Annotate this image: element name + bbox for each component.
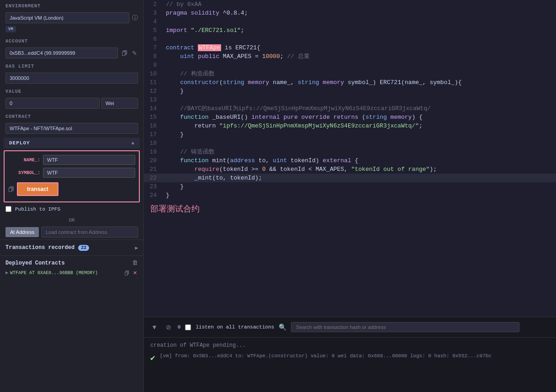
gas-limit-input[interactable] — [5, 73, 138, 84]
symbol-param-label: SYMBOL_: — [8, 170, 40, 175]
console-check-icon: ✔ — [150, 353, 155, 363]
search-input[interactable] — [291, 322, 519, 332]
info-icon[interactable]: ⓘ — [132, 14, 138, 22]
contract-label: CONTRACT — [0, 111, 143, 121]
console-pending-text: creation of WTFApe pending... — [150, 342, 550, 349]
publish-ipfs-checkbox[interactable] — [5, 206, 11, 212]
code-line-21: 21 require(tokenId >= 0 && tokenId < MAX… — [144, 165, 556, 174]
right-panel: 2 // by 0xAA 3 pragma solidity ^0.8.4; 4… — [144, 0, 556, 392]
console-tx-row: ✔ [vm] from: 0x5B3...eddC4 to: WTFApe.(c… — [150, 352, 550, 363]
value-label: VALUE — [0, 85, 143, 96]
copy-account-button[interactable]: 🗍 — [121, 49, 128, 58]
vm-badge: VM — [5, 26, 16, 32]
code-line-6: 6 — [144, 35, 556, 43]
chinese-annotation: 部署测试合约 — [144, 200, 556, 218]
code-line-17: 17 } — [144, 130, 556, 139]
code-line-11: 11 constructor(string memory name_, stri… — [144, 78, 556, 87]
code-line-5: 5 import "./ERC721.sol"; — [144, 26, 556, 35]
deploy-collapse-icon: ▲ — [131, 140, 134, 146]
name-param-input[interactable] — [43, 155, 135, 165]
code-line-18: 18 — [144, 139, 556, 148]
edit-account-button[interactable]: ✎ — [131, 49, 138, 58]
deploy-header[interactable]: DEPLOY ▲ — [4, 138, 140, 148]
code-line-16: 16 return "ipfs://QmeSjSinHpPnmXmspMjwiX… — [144, 122, 556, 130]
transact-button[interactable]: transact — [17, 182, 58, 196]
code-line-3: 3 pragma solidity ^0.8.4; — [144, 9, 556, 17]
environment-label: ENVIRONMENT — [0, 0, 143, 11]
environment-select[interactable]: JavaScript VM (London) — [5, 12, 129, 23]
console-area: creation of WTFApe pending... ✔ [vm] fro… — [144, 337, 556, 392]
code-line-19: 19 // 铸造函数 — [144, 148, 556, 156]
deployed-contract-item: ► WTFAPE AT 0XAE0...96BBB (MEMORY) 🗍 ✕ — [5, 269, 138, 277]
transactions-expand-icon: ▶ — [135, 245, 138, 251]
value-input[interactable] — [5, 98, 100, 109]
listen-all-checkbox[interactable] — [185, 324, 191, 330]
publish-ipfs-label: Publish to IPFS — [15, 207, 60, 212]
transactions-label: Transactions recorded — [5, 244, 74, 251]
code-line-4: 4 — [144, 17, 556, 26]
code-line-9: 9 — [144, 61, 556, 69]
clear-toolbar-button[interactable]: ⊘ — [164, 323, 173, 332]
code-line-12: 12 } — [144, 87, 556, 95]
code-editor: 2 // by 0xAA 3 pragma solidity ^0.8.4; 4… — [144, 0, 556, 317]
transactions-bar[interactable]: Transactions recorded 22 ▶ — [0, 239, 143, 255]
code-line-22: 22 _mint(to, tokenId); — [144, 174, 556, 182]
symbol-param-input[interactable] — [43, 168, 135, 178]
unit-select[interactable]: Wei — [101, 98, 138, 109]
load-contract-input[interactable] — [42, 227, 138, 238]
code-line-15: 15 function _baseURI() internal pure ove… — [144, 113, 556, 122]
transactions-count-badge: 22 — [78, 245, 89, 251]
console-tx-text: [vm] from: 0x5B3...eddC4 to: WTFApe.(con… — [160, 352, 492, 360]
or-divider: OR — [0, 216, 143, 225]
remove-contract-button[interactable]: ✕ — [132, 269, 138, 277]
code-line-7: 7 contract WTFApe is ERC721{ — [144, 43, 556, 52]
name-param-label: NAME_: — [8, 158, 40, 163]
deploy-form: NAME_: SYMBOL_: 🗍 transact — [4, 150, 140, 202]
code-line-14: 14 //BAYC的baseURI为ipfs://QmeSjSinHpPnmXm… — [144, 104, 556, 113]
collapse-toolbar-button[interactable]: ▼ — [149, 323, 159, 332]
gas-limit-label: GAS LIMIT — [0, 60, 143, 71]
code-line-2: 2 // by 0xAA — [144, 0, 556, 9]
code-line-23: 23 } — [144, 182, 556, 191]
copy-deploy-button[interactable]: 🗍 — [8, 186, 14, 193]
deployed-contracts-label: Deployed Contracts — [5, 260, 65, 266]
account-select[interactable]: 0x5B3...eddC4 (99.99999999 — [5, 48, 118, 58]
left-panel: ENVIRONMENT JavaScript VM (London) ⓘ VM … — [0, 0, 144, 392]
trash-icon[interactable]: 🗑 — [132, 260, 138, 266]
copy-contract-button[interactable]: 🗍 — [123, 269, 130, 277]
code-line-24: 24 } — [144, 191, 556, 200]
search-icon: 🔍 — [279, 323, 286, 331]
deployed-contracts-section: Deployed Contracts 🗑 ► WTFAPE AT 0XAE0..… — [0, 255, 143, 392]
bottom-toolbar: ▼ ⊘ 0 listen on all transactions 🔍 — [144, 317, 556, 337]
contract-item-chevron[interactable]: ► — [5, 270, 8, 275]
code-line-10: 10 // 构造函数 — [144, 69, 556, 78]
code-line-20: 20 function mint(address to, uint tokenI… — [144, 156, 556, 165]
toolbar-count: 0 — [178, 324, 181, 330]
at-address-button[interactable]: At Address — [5, 227, 39, 237]
code-line-8: 8 uint public MAX_APES = 10000; // 总量 — [144, 52, 556, 61]
deploy-label: DEPLOY — [9, 140, 30, 146]
contract-select[interactable]: WTFApe - NFT/WTFApe.sol — [5, 123, 138, 134]
account-label: ACCOUNT — [0, 35, 143, 46]
code-line-13: 13 — [144, 95, 556, 104]
listen-all-label: listen on all transactions — [196, 324, 274, 330]
contract-item-name: WTFAPE AT 0XAE0...96BBB (MEMORY) — [10, 270, 98, 275]
